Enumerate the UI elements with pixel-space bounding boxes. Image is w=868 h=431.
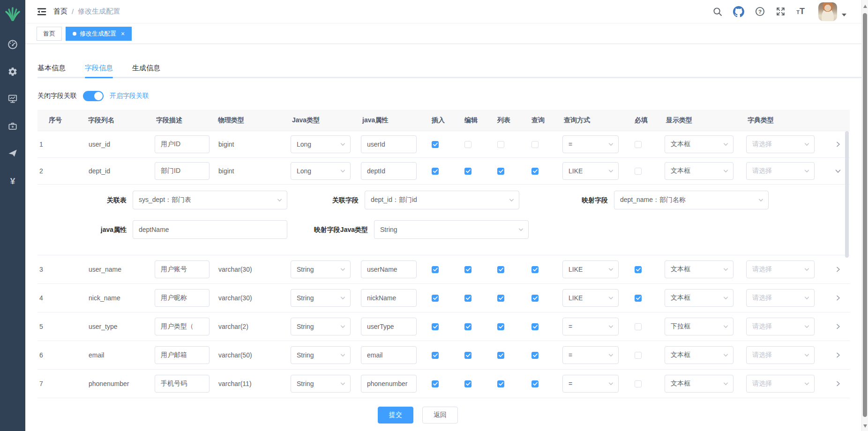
dict-type-select[interactable]: 请选择 [746, 135, 815, 153]
expand-row-icon[interactable] [832, 378, 844, 389]
html-type-select[interactable]: 文本框 [665, 135, 733, 153]
sidebar-item-pay[interactable]: ¥ [0, 168, 25, 195]
query-checkbox[interactable] [531, 380, 539, 387]
query-type-select[interactable]: = [562, 375, 619, 393]
insert-checkbox[interactable] [432, 266, 439, 273]
list-checkbox[interactable] [497, 168, 504, 175]
sidebar-item-dashboard[interactable] [0, 32, 25, 59]
insert-checkbox[interactable] [432, 141, 439, 148]
query-type-select[interactable]: LIKE [562, 162, 619, 180]
tab-generate-info[interactable]: 生成信息 [132, 52, 160, 77]
tab-field-info[interactable]: 字段信息 [85, 52, 113, 77]
java-type-select[interactable]: String [291, 260, 351, 278]
column-desc-input[interactable] [155, 162, 210, 180]
list-checkbox[interactable] [497, 380, 504, 387]
expand-row-icon[interactable] [832, 292, 844, 304]
java-type-select[interactable]: Long [291, 135, 351, 153]
java-field-input[interactable] [361, 289, 417, 307]
required-checkbox[interactable] [635, 323, 642, 330]
column-desc-input[interactable] [155, 260, 210, 278]
java-type-select[interactable]: String [291, 375, 351, 393]
query-checkbox[interactable] [531, 352, 539, 359]
collapse-row-icon[interactable] [832, 165, 844, 177]
query-type-select[interactable]: = [562, 318, 619, 335]
table-scrollbar-thumb[interactable] [845, 131, 849, 258]
java-type-select[interactable]: Long [291, 162, 351, 180]
query-checkbox[interactable] [531, 323, 539, 330]
edit-checkbox[interactable] [464, 323, 471, 330]
insert-checkbox[interactable] [432, 380, 439, 387]
insert-checkbox[interactable] [432, 295, 439, 302]
java-field-input[interactable] [361, 346, 417, 364]
fullscreen-icon[interactable] [776, 7, 786, 16]
column-desc-input[interactable] [155, 318, 210, 335]
help-icon[interactable]: ? [755, 7, 765, 16]
back-button[interactable]: 返回 [422, 407, 458, 424]
user-menu[interactable] [818, 2, 846, 21]
relation-field-select[interactable]: dept_id：部门id [365, 191, 519, 209]
sidebar-item-guide[interactable] [0, 141, 25, 168]
html-type-select[interactable]: 下拉框 [665, 318, 733, 335]
sidebar-item-monitor[interactable] [0, 86, 25, 113]
html-type-select[interactable]: 文本框 [665, 289, 733, 307]
required-checkbox[interactable] [635, 141, 642, 148]
column-desc-input[interactable] [155, 289, 210, 307]
expand-row-icon[interactable] [832, 139, 844, 150]
expand-row-icon[interactable] [832, 349, 844, 361]
expand-row-icon[interactable] [832, 264, 844, 275]
java-type-select[interactable]: String [291, 289, 351, 307]
list-checkbox[interactable] [497, 266, 504, 273]
tag-current[interactable]: 修改生成配置 × [66, 27, 132, 41]
required-checkbox[interactable] [635, 295, 642, 302]
relation-toggle-switch[interactable] [83, 91, 104, 101]
query-type-select[interactable]: LIKE [562, 260, 619, 278]
tab-basic-info[interactable]: 基本信息 [37, 52, 66, 77]
html-type-select[interactable]: 文本框 [665, 162, 733, 180]
list-checkbox[interactable] [497, 323, 504, 330]
edit-checkbox[interactable] [464, 168, 471, 175]
column-desc-input[interactable] [155, 346, 210, 364]
java-field-input[interactable] [361, 260, 417, 278]
mapping-java-type-select[interactable]: String [374, 220, 529, 239]
search-icon[interactable] [713, 7, 722, 16]
github-icon[interactable] [733, 6, 744, 17]
html-type-select[interactable]: 文本框 [665, 375, 733, 393]
java-type-select[interactable]: String [291, 318, 351, 335]
java-type-select[interactable]: String [291, 346, 351, 364]
list-checkbox[interactable] [497, 295, 504, 302]
close-icon[interactable]: × [121, 30, 125, 37]
column-desc-input[interactable] [155, 135, 210, 153]
app-logo[interactable] [4, 4, 22, 25]
query-checkbox[interactable] [531, 168, 539, 175]
insert-checkbox[interactable] [432, 352, 439, 359]
dict-type-select[interactable]: 请选择 [746, 260, 815, 278]
dict-type-select[interactable]: 请选择 [746, 162, 815, 180]
insert-checkbox[interactable] [432, 323, 439, 330]
query-type-select[interactable]: = [562, 135, 619, 153]
edit-checkbox[interactable] [464, 266, 471, 273]
java-field-input[interactable] [361, 135, 417, 153]
edit-checkbox[interactable] [464, 380, 471, 387]
required-checkbox[interactable] [635, 380, 642, 387]
dict-type-select[interactable]: 请选择 [746, 289, 815, 307]
submit-button[interactable]: 提交 [378, 407, 413, 424]
edit-checkbox[interactable] [464, 141, 471, 148]
query-checkbox[interactable] [531, 295, 539, 302]
scroll-down-icon[interactable] [863, 424, 867, 428]
required-checkbox[interactable] [635, 266, 642, 273]
required-checkbox[interactable] [635, 352, 642, 359]
page-scrollbar-thumb[interactable] [863, 13, 867, 417]
dict-type-select[interactable]: 请选择 [746, 346, 815, 364]
sidebar-toggle-icon[interactable] [37, 7, 47, 17]
query-checkbox[interactable] [531, 141, 539, 148]
sidebar-item-system[interactable] [0, 59, 25, 86]
query-type-select[interactable]: = [562, 346, 619, 364]
query-type-select[interactable]: LIKE [562, 289, 619, 307]
list-checkbox[interactable] [497, 141, 504, 148]
scroll-up-icon[interactable] [863, 5, 867, 8]
insert-checkbox[interactable] [432, 168, 439, 175]
mapping-field-select[interactable]: dept_name：部门名称 [614, 191, 769, 209]
expand-row-icon[interactable] [832, 321, 844, 332]
dict-type-select[interactable]: 请选择 [746, 318, 815, 335]
html-type-select[interactable]: 文本框 [665, 260, 733, 278]
